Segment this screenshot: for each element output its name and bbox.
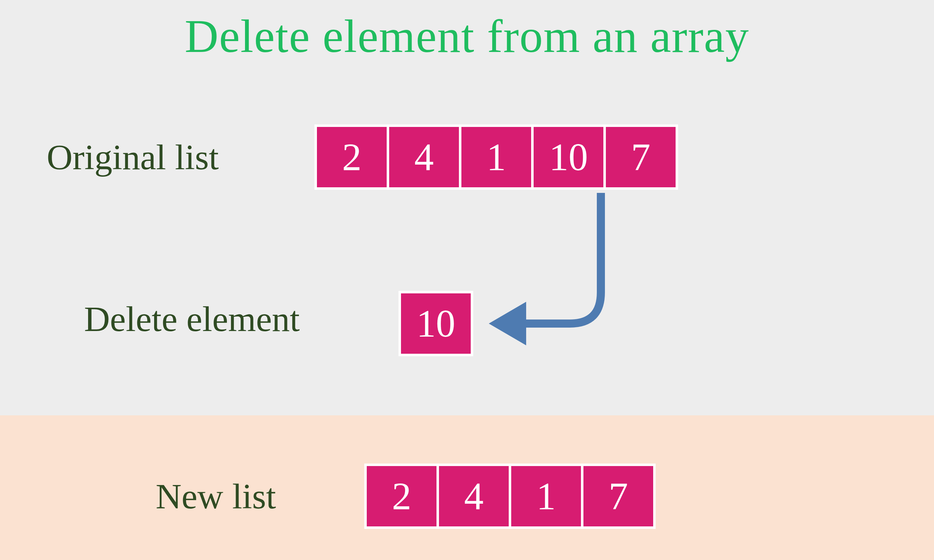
new-list-row: 2 4 1 7 [364,463,656,529]
original-list-row: 2 4 1 10 7 [314,125,678,190]
array-cell: 7 [581,463,656,529]
array-cell: 7 [603,125,678,190]
array-cell: 2 [364,463,439,529]
array-cell: 1 [459,125,533,190]
arrow-icon [479,187,660,348]
array-cell: 4 [436,463,511,529]
array-cell: 10 [531,125,606,190]
diagram-title: Delete element from an array [0,9,934,63]
array-cell: 10 [399,291,473,356]
diagram-canvas: Delete element from an array Original li… [0,0,934,560]
label-new-list: New list [156,476,276,517]
label-delete-element: Delete element [84,298,300,340]
label-original-list: Original list [47,137,219,178]
delete-element-row: 10 [399,291,473,356]
array-cell: 4 [387,125,461,190]
svg-marker-0 [489,302,526,345]
array-cell: 1 [509,463,583,529]
array-cell: 2 [314,125,389,190]
